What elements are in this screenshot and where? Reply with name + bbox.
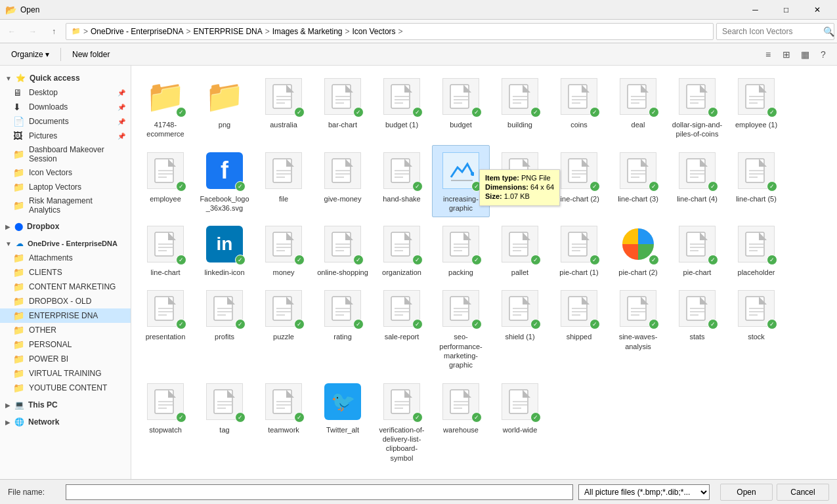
file-item[interactable]: ✓money xyxy=(255,219,312,282)
breadcrumb-iconvectors[interactable]: Icon Vectors xyxy=(353,27,396,36)
file-item[interactable]: ✓dollar-sign-and-piles-of-coins xyxy=(668,71,726,144)
sync-check-icon: ✓ xyxy=(412,412,423,423)
file-item[interactable]: ✓australia xyxy=(255,71,312,144)
file-item[interactable]: ✓puzzle xyxy=(255,283,312,374)
help-button[interactable]: ? xyxy=(815,46,832,63)
file-item[interactable]: ✓placeholder xyxy=(727,219,785,282)
file-item[interactable]: ✓stats xyxy=(668,283,726,374)
file-item[interactable]: ✓stock xyxy=(727,283,785,374)
file-item[interactable]: ✓verification-of-delivery-list-clipboard… xyxy=(373,376,431,467)
file-item[interactable]: ✓world-wide xyxy=(491,376,549,467)
sidebar-item-youtube[interactable]: 📁 YOUTUBE CONTENT xyxy=(0,381,131,395)
file-item[interactable]: ✓line-chart (5) xyxy=(727,145,785,218)
file-item[interactable]: in✓linkedin-icon xyxy=(196,219,253,282)
file-item[interactable]: ✓line-chart (3) xyxy=(609,145,667,218)
file-item[interactable]: f✓Facebook_logo_36x36.svg xyxy=(196,145,253,218)
sidebar-item-personal[interactable]: 📁 PERSONAL xyxy=(0,337,131,352)
file-item[interactable]: give-money xyxy=(314,145,372,218)
file-item[interactable]: ✓coins xyxy=(550,71,608,144)
file-item[interactable]: ✓shipped xyxy=(550,283,608,374)
up-button[interactable]: ↑ xyxy=(45,22,63,41)
file-item[interactable]: 📁png xyxy=(196,71,253,144)
file-item[interactable]: ✓rating xyxy=(314,283,372,374)
forward-button[interactable]: → xyxy=(24,22,42,41)
close-button[interactable]: ✕ xyxy=(802,0,832,20)
breadcrumb-enterprise[interactable]: ENTERPRISE DNA xyxy=(193,27,262,36)
dropbox-header[interactable]: ▶ ⬤ Dropbox xyxy=(0,219,131,234)
sidebar-item-content-marketing[interactable]: 📁 CONTENT MARKETING xyxy=(0,280,131,294)
file-item[interactable]: 📁✓41748-ecommerce xyxy=(137,71,194,144)
file-item[interactable]: ✓building xyxy=(491,71,549,144)
organize-button[interactable]: Organize ▾ xyxy=(5,46,55,63)
maximize-button[interactable]: □ xyxy=(771,0,801,20)
file-item[interactable]: ✓profits xyxy=(196,283,253,374)
sidebar-item-riskmanagement[interactable]: 📁 Risk Management Analytics xyxy=(0,194,131,217)
file-item[interactable]: ✓stopwatch xyxy=(137,376,194,467)
file-item[interactable]: ✓packing xyxy=(432,219,490,282)
sync-check-icon: ✓ xyxy=(530,107,541,117)
breadcrumb-images[interactable]: Images & Marketing xyxy=(272,27,343,36)
sidebar-item-dashboard[interactable]: 📁 Dashboard Makeover Session xyxy=(0,143,131,165)
open-button[interactable]: Open xyxy=(720,484,773,501)
file-item[interactable]: ✓line-chart xyxy=(137,219,194,282)
sidebar-item-dropbox-old[interactable]: 📁 DROPBOX - OLD xyxy=(0,294,131,308)
search-box: 🔍 xyxy=(716,23,834,40)
view-list-button[interactable]: ⊞ xyxy=(778,46,795,63)
search-input[interactable] xyxy=(722,27,821,36)
file-item[interactable]: file xyxy=(255,145,312,218)
file-item[interactable]: ✓presentation xyxy=(137,283,194,374)
file-item[interactable]: ✓hand-shake xyxy=(373,145,431,218)
sidebar-item-laptopvectors[interactable]: 📁 Laptop Vectors xyxy=(0,180,131,194)
sidebar-item-attachments[interactable]: 📁 Attachments xyxy=(0,251,131,265)
sidebar-item-other[interactable]: 📁 OTHER xyxy=(0,323,131,337)
file-item[interactable]: ✓pie-chart xyxy=(668,219,726,282)
file-item[interactable]: ✓pallet xyxy=(491,219,549,282)
file-item[interactable]: ✓shield (1) xyxy=(491,283,549,374)
file-item[interactable]: ✓bar-chart xyxy=(314,71,372,144)
file-item[interactable]: ✓deal xyxy=(609,71,667,144)
thispc-header[interactable]: ▶ 💻 This PC xyxy=(0,398,131,412)
view-large-icons-button[interactable]: ▦ xyxy=(796,46,813,63)
file-item[interactable]: ✓employee xyxy=(137,145,194,218)
quick-access-header[interactable]: ▼ ⭐ Quick access xyxy=(0,71,131,85)
file-item[interactable]: ✓seo-performance-marketing-graphic xyxy=(432,283,490,374)
sidebar-item-enterprise-dna[interactable]: 📁 ENTERPRISE DNA xyxy=(0,308,131,323)
sidebar-item-documents[interactable]: 📄 Documents 📌 xyxy=(0,114,131,129)
file-type-select[interactable]: All picture files (*.bmp;*.dib;*... xyxy=(578,484,710,500)
file-item[interactable]: ✓online-shopping xyxy=(314,219,372,282)
file-name-input[interactable] xyxy=(66,484,573,500)
breadcrumb-onedrive[interactable]: OneDrive - EnterpriseDNA xyxy=(91,27,183,36)
file-item[interactable]: 🐦Twitter_alt xyxy=(314,376,372,467)
onedrive-header[interactable]: ▼ ☁ OneDrive - EnterpriseDNA xyxy=(0,236,131,251)
file-item[interactable]: ✓employee (1) xyxy=(727,71,785,144)
back-button[interactable]: ← xyxy=(3,22,21,41)
file-item[interactable]: ✓tag xyxy=(196,376,253,467)
file-item[interactable]: ✓pie-chart (1) xyxy=(550,219,608,282)
file-item-label: warehouse xyxy=(443,425,479,434)
thispc-section: ▶ 💻 This PC xyxy=(0,398,131,412)
sidebar-item-pictures[interactable]: 🖼 Pictures 📌 xyxy=(0,129,131,143)
file-item[interactable]: ✓sine-waves-analysis xyxy=(609,283,667,374)
minimize-button[interactable]: ─ xyxy=(740,0,770,20)
sync-check-icon: ✓ xyxy=(649,107,659,117)
sidebar-item-virtual-training[interactable]: 📁 VIRTUAL TRAINING xyxy=(0,366,131,381)
file-item[interactable]: ✓teamwork xyxy=(255,376,312,467)
sidebar-item-downloads[interactable]: ⬇ Downloads 📌 xyxy=(0,100,131,114)
file-item[interactable]: ✓sale-report xyxy=(373,283,431,374)
sidebar-item-powerbi[interactable]: 📁 POWER BI xyxy=(0,352,131,366)
sidebar-item-clients[interactable]: 📁 CLIENTS xyxy=(0,265,131,280)
network-header[interactable]: ▶ 🌐 Network xyxy=(0,415,131,429)
file-item[interactable]: ✓budget (1) xyxy=(373,71,431,144)
view-details-button[interactable]: ≡ xyxy=(760,46,777,63)
sidebar-item-desktop[interactable]: 🖥 Desktop 📌 xyxy=(0,85,131,100)
address-path[interactable]: 📁 > OneDrive - EnterpriseDNA > ENTERPRIS… xyxy=(66,23,714,40)
file-item[interactable]: ✓pie-chart (2) xyxy=(609,219,667,282)
file-item[interactable]: ✓warehouse xyxy=(432,376,490,467)
sidebar-item-iconvectors[interactable]: 📁 Icon Vectors xyxy=(0,165,131,180)
file-item[interactable]: ✓Item type: PNG FileDimensions: 64 x 64S… xyxy=(432,145,490,218)
new-folder-button[interactable]: New folder xyxy=(66,46,116,63)
file-item[interactable]: ✓organization xyxy=(373,219,431,282)
cancel-button[interactable]: Cancel xyxy=(777,484,829,501)
file-item[interactable]: ✓budget xyxy=(432,71,490,144)
file-item[interactable]: ✓line-chart (4) xyxy=(668,145,726,218)
